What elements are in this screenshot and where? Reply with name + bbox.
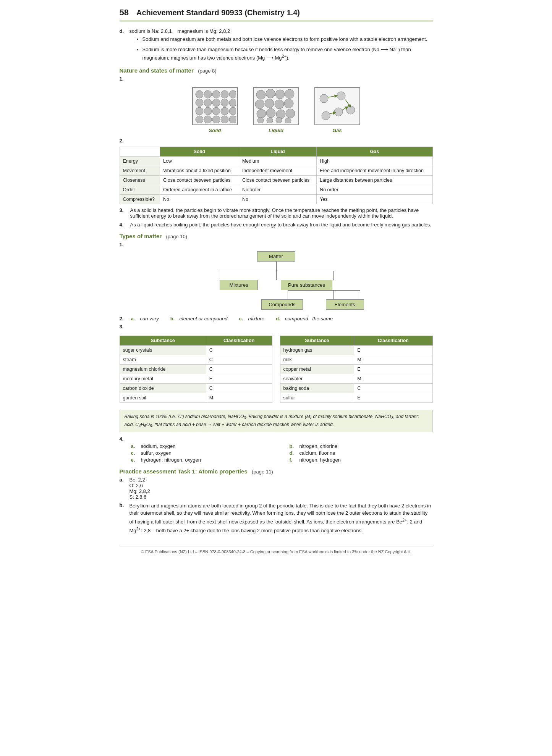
liquid-label: Liquid bbox=[269, 128, 283, 133]
th-class1: Classification bbox=[206, 336, 272, 346]
svg-point-28 bbox=[257, 109, 266, 118]
intro-d-text: sodium is Na: 2,8,1 magnesium is Mg: 2,8… bbox=[130, 28, 230, 34]
prop-order: Order bbox=[120, 185, 160, 195]
tree-pure-substances: Pure substances bbox=[281, 280, 332, 290]
footer: © ESA Publications (NZ) Ltd – ISBN 978-0… bbox=[120, 546, 433, 554]
tree-level2: Compounds Elements bbox=[188, 299, 364, 310]
svg-line-41 bbox=[328, 96, 336, 97]
class-co2: C bbox=[206, 384, 272, 393]
q2c-text: mixture bbox=[248, 316, 264, 321]
q2c: c. mixture bbox=[239, 316, 264, 321]
val-energy-solid: Low bbox=[160, 157, 239, 166]
q2c-alpha: c. bbox=[239, 316, 246, 321]
val-movement-liquid: Independent movement bbox=[239, 166, 316, 176]
q4d: d. calcium, fluorine bbox=[290, 450, 433, 456]
table-row: hydrogen gas E bbox=[280, 346, 432, 355]
pa-b-text: Beryllium and magnesium atoms are both l… bbox=[130, 502, 433, 535]
q4e-alpha: e. bbox=[131, 457, 138, 463]
pa-b-label: b. bbox=[120, 502, 126, 535]
pa-a-item2: O: 2,6 bbox=[130, 483, 150, 488]
val-compress-gas: Yes bbox=[317, 195, 432, 204]
sub-seawater: seawater bbox=[280, 374, 354, 384]
table-row: Movement Vibrations about a fixed positi… bbox=[120, 166, 432, 176]
q2a-alpha: a. bbox=[131, 316, 138, 321]
svg-point-20 bbox=[256, 90, 265, 99]
class-sulfur: E bbox=[354, 393, 432, 403]
conn-v-elements bbox=[360, 290, 360, 299]
svg-point-32 bbox=[257, 117, 264, 123]
section3-title: Practice assessment Task 1: Atomic prope… bbox=[120, 468, 433, 475]
th-empty bbox=[120, 147, 160, 157]
q4b-alpha: b. bbox=[290, 443, 296, 449]
svg-point-6 bbox=[204, 99, 212, 107]
section1-title: Nature and states of matter (page 8) bbox=[120, 67, 433, 74]
solid-state: Solid bbox=[192, 87, 238, 133]
th-gas: Gas bbox=[317, 147, 432, 157]
q4e-text: hydrogen, nitrogen, oxygen bbox=[141, 457, 201, 463]
q2d-alpha: d. bbox=[276, 316, 283, 321]
q4c-alpha: c. bbox=[131, 450, 138, 456]
svg-point-37 bbox=[337, 92, 345, 100]
q4-row: 4. As a liquid reaches boiling point, th… bbox=[120, 222, 433, 228]
q4-text: As a liquid reaches boiling point, the p… bbox=[130, 222, 431, 228]
conn-v-compounds bbox=[288, 290, 288, 299]
footer-text: © ESA Publications (NZ) Ltd – ISBN 978-0… bbox=[141, 549, 411, 554]
q2d-text: compound the same bbox=[285, 316, 333, 321]
conn-h2 bbox=[288, 290, 360, 291]
val-closeness-gas: Large distances between particles bbox=[317, 176, 432, 185]
q4b-text: nitrogen, chlorine bbox=[299, 443, 338, 449]
matter-tree: Matter Mixtures Pure substances Compound… bbox=[120, 251, 433, 310]
pa-a-row: a. Be: 2,2 O: 2,6 Mg: 2,8,2 S: 2,8,6 bbox=[120, 477, 433, 500]
svg-point-0 bbox=[196, 90, 203, 98]
table-row: Energy Low Medium High bbox=[120, 157, 432, 166]
val-order-gas: No order bbox=[317, 185, 432, 195]
sub-copper: copper metal bbox=[280, 365, 354, 374]
solid-label: Solid bbox=[209, 128, 221, 133]
section1-page-ref: (page 8) bbox=[195, 68, 217, 74]
val-movement-gas: Free and independent movement in any dir… bbox=[317, 166, 432, 176]
svg-point-7 bbox=[212, 99, 220, 107]
svg-point-40 bbox=[334, 108, 343, 116]
class-steam: C bbox=[206, 355, 272, 365]
class-copper: E bbox=[354, 365, 432, 374]
class-seawater: M bbox=[354, 374, 432, 384]
svg-point-11 bbox=[204, 107, 212, 115]
svg-point-10 bbox=[196, 107, 203, 115]
class-milk: M bbox=[354, 355, 432, 365]
tree-root: Matter bbox=[257, 251, 295, 262]
tree-level1-connector bbox=[188, 271, 364, 280]
svg-point-1 bbox=[204, 90, 212, 98]
types-q1-label: 1. bbox=[120, 242, 127, 247]
tree-level1: Mixtures Pure substances bbox=[220, 280, 332, 290]
info-text: Baking soda is 100% (i.e. 'C') sodium bi… bbox=[125, 414, 419, 427]
svg-point-2 bbox=[212, 90, 220, 98]
q4a: a. sodium, oxygen bbox=[131, 443, 274, 449]
class-mgcl: C bbox=[206, 365, 272, 374]
section3-page-ref: (page 11) bbox=[249, 469, 273, 475]
gas-svg bbox=[316, 89, 358, 123]
types-q3-label: 3. bbox=[120, 324, 127, 330]
table-row: Compressible? No No Yes bbox=[120, 195, 432, 204]
conn-v-ps bbox=[333, 290, 333, 299]
val-energy-gas: High bbox=[317, 157, 432, 166]
solid-diagram bbox=[192, 87, 238, 125]
table-row: magnesium chloride C bbox=[120, 365, 272, 374]
connector-root bbox=[276, 262, 277, 271]
table-row: sugar crystals C bbox=[120, 346, 272, 355]
prop-compress: Compressible? bbox=[120, 195, 160, 204]
intro-bullets: Sodium and magnesium are both metals and… bbox=[142, 36, 433, 62]
table-row: steam C bbox=[120, 355, 272, 365]
conn-v-right1 bbox=[333, 271, 333, 280]
sub-sulfur: sulfur bbox=[280, 393, 354, 403]
svg-point-31 bbox=[286, 109, 295, 118]
q2a-text: can vary bbox=[140, 316, 159, 321]
sub-milk: milk bbox=[280, 355, 354, 365]
tree-compounds: Compounds bbox=[261, 299, 303, 310]
table-row: carbon dioxide C bbox=[120, 384, 272, 393]
th-substance1: Substance bbox=[120, 336, 206, 346]
svg-point-35 bbox=[285, 118, 291, 123]
table-row: Order Ordered arrangement in a lattice N… bbox=[120, 185, 432, 195]
sub-bakingsoda: baking soda bbox=[280, 384, 354, 393]
q2d: d. compound the same bbox=[276, 316, 333, 321]
th-liquid: Liquid bbox=[239, 147, 316, 157]
